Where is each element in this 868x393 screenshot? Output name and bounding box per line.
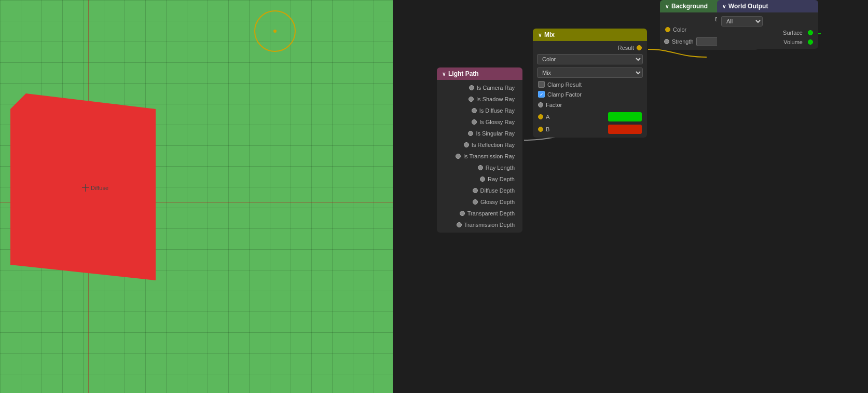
world-output-dropdown-row: All	[717, 15, 818, 28]
sun-dot	[273, 30, 277, 33]
output-glossy-depth: Glossy Depth	[437, 196, 522, 208]
output-transmission-depth: Transmission Depth	[437, 219, 522, 231]
socket-a[interactable]	[538, 114, 543, 119]
collapse-arrow-mix[interactable]: ∨	[538, 32, 542, 38]
collapse-arrow[interactable]: ∨	[442, 71, 446, 77]
output-is-reflection-ray: Is Reflection Ray	[437, 139, 522, 151]
main-container: Diffuse ∨ Light Path Is Camera Ray	[0, 0, 868, 393]
node-editor[interactable]: ∨ Light Path Is Camera Ray Is Shadow Ray…	[393, 0, 868, 393]
clamp-factor-row: Clamp Factor	[533, 89, 647, 99]
mix-mode-dropdown[interactable]: Mix	[537, 67, 643, 78]
diffuse-label: Diffuse	[82, 184, 108, 192]
world-output-header: ∨ World Output	[717, 0, 818, 12]
mix-b-row: B	[533, 123, 647, 135]
output-is-transmission-ray: Is Transmission Ray	[437, 151, 522, 162]
socket-glossy-depth[interactable]	[473, 199, 478, 205]
output-ray-length: Ray Length	[437, 162, 522, 173]
strength-label: Strength	[672, 38, 694, 45]
socket-is-transmission-ray[interactable]	[456, 154, 461, 159]
mix-a-row: A	[533, 111, 647, 123]
output-is-singular-ray: Is Singular Ray	[437, 128, 522, 139]
mix-factor-row: Factor	[533, 99, 647, 111]
socket-is-diffuse-ray[interactable]	[472, 108, 477, 113]
color-swatch-a[interactable]	[608, 112, 642, 121]
light-path-title: Light Path	[448, 70, 479, 77]
socket-is-shadow-ray[interactable]	[469, 97, 474, 102]
output-is-glossy-ray: Is Glossy Ray	[437, 116, 522, 128]
mix-color-dropdown[interactable]: Color	[537, 54, 643, 64]
output-is-diffuse-ray: Is Diffuse Ray	[437, 105, 522, 116]
clamp-result-label: Clamp Result	[547, 82, 582, 88]
socket-wo-surface[interactable]	[808, 30, 813, 35]
world-output-node: ∨ World Output All Surface Volume	[717, 0, 818, 49]
light-path-node: ∨ Light Path Is Camera Ray Is Shadow Ray…	[437, 67, 522, 233]
crosshair-icon	[82, 184, 89, 192]
mix-color-dropdown-row: Color	[533, 52, 647, 66]
world-output-body: All Surface Volume	[717, 12, 818, 49]
mix-title: Mix	[544, 31, 555, 38]
output-diffuse-depth: Diffuse Depth	[437, 185, 522, 196]
wo-surface-row: Surface	[717, 28, 818, 37]
socket-bg-color[interactable]	[665, 27, 670, 32]
clamp-result-row: Clamp Result	[533, 79, 647, 89]
light-path-body: Is Camera Ray Is Shadow Ray Is Diffuse R…	[437, 80, 522, 233]
socket-is-camera-ray[interactable]	[469, 85, 474, 90]
socket-b[interactable]	[538, 127, 543, 132]
mix-node: ∨ Mix Result Color Mix	[533, 29, 647, 138]
mix-header: ∨ Mix	[533, 29, 647, 41]
color-swatch-b[interactable]	[608, 125, 642, 134]
socket-ray-length[interactable]	[478, 165, 483, 170]
socket-transmission-depth[interactable]	[457, 222, 462, 227]
clamp-result-checkbox[interactable]	[538, 81, 545, 88]
wo-volume-row: Volume	[717, 37, 818, 47]
socket-factor[interactable]	[538, 102, 543, 107]
clamp-factor-label: Clamp Factor	[547, 91, 582, 98]
socket-is-glossy-ray[interactable]	[472, 119, 477, 125]
mix-body: Result Color Mix	[533, 41, 647, 138]
socket-is-reflection-ray[interactable]	[464, 142, 469, 147]
output-is-camera-ray: Is Camera Ray	[437, 82, 522, 93]
collapse-arrow-wo[interactable]: ∨	[722, 4, 726, 9]
world-output-dropdown[interactable]: All	[721, 16, 763, 26]
socket-bg-strength[interactable]	[664, 39, 669, 44]
socket-ray-depth[interactable]	[480, 177, 485, 182]
socket-mix-result[interactable]	[637, 45, 642, 50]
socket-wo-volume[interactable]	[808, 39, 813, 45]
socket-transparent-depth[interactable]	[460, 211, 465, 216]
collapse-arrow-bg[interactable]: ∨	[665, 4, 669, 9]
light-path-header: ∨ Light Path	[437, 67, 522, 80]
viewport[interactable]: Diffuse	[0, 0, 393, 393]
socket-is-singular-ray[interactable]	[468, 131, 473, 136]
sun-circle	[254, 10, 296, 52]
background-title: Background	[671, 3, 708, 10]
output-ray-depth: Ray Depth	[437, 173, 522, 185]
clamp-factor-checkbox[interactable]	[538, 91, 545, 98]
output-is-shadow-ray: Is Shadow Ray	[437, 93, 522, 105]
mix-mode-dropdown-row: Mix	[533, 66, 647, 79]
output-transparent-depth: Transparent Depth	[437, 208, 522, 219]
mix-result-row: Result	[533, 43, 647, 52]
socket-diffuse-depth[interactable]	[473, 188, 478, 193]
world-output-title: World Output	[728, 3, 768, 10]
